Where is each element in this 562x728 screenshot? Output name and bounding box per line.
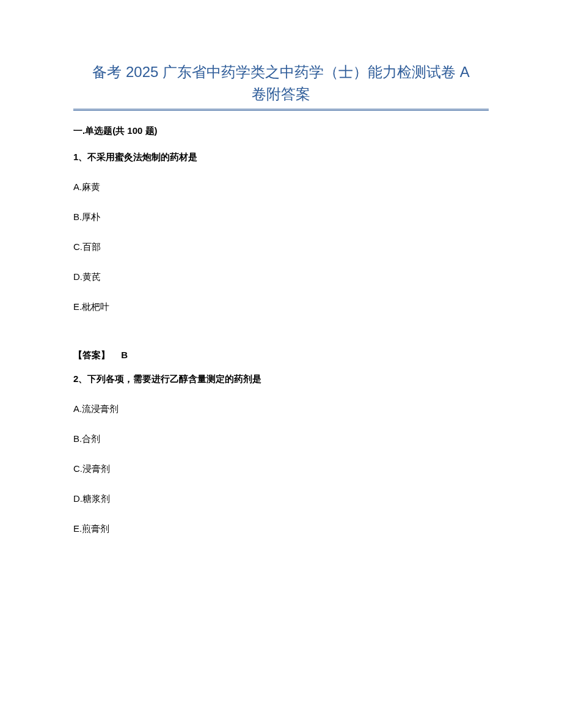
- question-2-option-b: B.合剂: [73, 433, 489, 445]
- question-2-option-d: D.糖浆剂: [73, 493, 489, 505]
- question-1-option-c: C.百部: [73, 241, 489, 253]
- question-2-option-c: C.浸膏剂: [73, 463, 489, 475]
- section-heading: 一.单选题(共 100 题): [73, 125, 489, 137]
- question-1-stem: 1、不采用蜜灸法炮制的药材是: [73, 152, 489, 163]
- title-line-1: 备考 2025 广东省中药学类之中药学（士）能力检测试卷 A: [92, 64, 469, 80]
- question-2-option-e: E.煎膏剂: [73, 523, 489, 535]
- question-2-stem: 2、下列各项，需要进行乙醇含量测定的药剂是: [73, 373, 489, 385]
- answer-value: B: [121, 350, 128, 360]
- question-1-option-b: B.厚朴: [73, 211, 489, 223]
- answer-label: 【答案】: [73, 350, 110, 360]
- question-1-option-d: D.黄芪: [73, 271, 489, 283]
- title-underline: [73, 109, 489, 111]
- question-1-option-e: E.枇杷叶: [73, 301, 489, 313]
- title-line-2: 卷附答案: [252, 86, 310, 102]
- question-2-option-a: A.流浸膏剂: [73, 403, 489, 415]
- question-1-answer: 【答案】 B: [73, 350, 489, 361]
- page-title: 备考 2025 广东省中药学类之中药学（士）能力检测试卷 A 卷附答案: [73, 61, 489, 105]
- question-1-option-a: A.麻黄: [73, 182, 489, 193]
